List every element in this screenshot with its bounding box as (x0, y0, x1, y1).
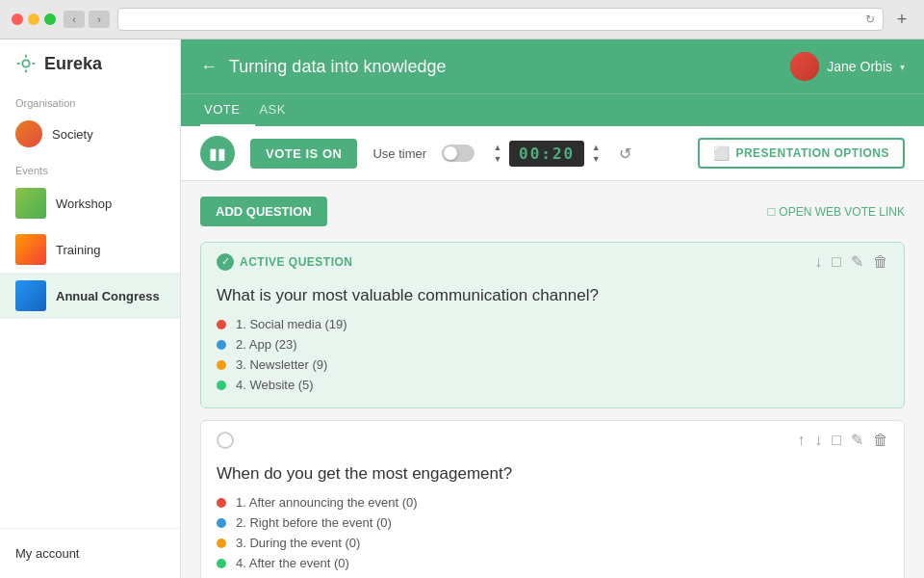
timer-seconds-down[interactable]: ▼ (588, 153, 603, 165)
q2-option-dot-green (217, 559, 226, 568)
open-web-vote-link[interactable]: □ OPEN WEB VOTE LINK (767, 204, 905, 219)
q2-copy-button[interactable]: □ (832, 432, 841, 449)
q1-actions: ↓ □ ✎ 🗑 (814, 252, 888, 271)
timer-seconds-arrows: ▲ ▼ (588, 142, 603, 165)
society-label: Society (52, 127, 93, 142)
workshop-thumb (15, 188, 46, 219)
avatar-image (790, 52, 819, 81)
sidebar-item-training[interactable]: Training (0, 226, 180, 273)
q1-title: What is your most valuable communication… (217, 286, 888, 305)
question-card-2: ↑ ↓ □ ✎ 🗑 When do you get the most engag… (200, 420, 905, 578)
use-timer-label: Use timer (372, 146, 426, 161)
q2-title: When do you get the most engagement? (217, 464, 888, 484)
q2-activate-circle[interactable] (217, 432, 234, 449)
congress-thumb (15, 280, 46, 311)
q2-option-2-label: 2. Right before the event (0) (236, 515, 392, 530)
timer-toggle[interactable] (442, 144, 475, 162)
browser-chrome: ‹ › ↻ + (0, 0, 924, 39)
back-button[interactable]: ← (200, 57, 218, 77)
option-dot-blue (217, 340, 226, 350)
sidebar-item-workshop[interactable]: Workshop (0, 180, 180, 226)
reset-timer-button[interactable]: ↺ (619, 144, 631, 163)
monitor-icon: ⬜ (713, 145, 731, 161)
timer-seconds-up[interactable]: ▲ (588, 142, 603, 153)
nav-buttons: ‹ › (64, 11, 110, 28)
q1-option-2: 2. App (23) (217, 337, 888, 352)
tab-ask[interactable]: ASK (255, 94, 301, 126)
q2-up-button[interactable]: ↑ (797, 432, 805, 449)
sidebar-item-congress[interactable]: Annual Congress (0, 273, 180, 319)
q2-option-3-label: 3. During the event (0) (236, 536, 360, 550)
stop-icon: ▮▮ (209, 144, 226, 163)
q1-option-2-label: 2. App (23) (236, 337, 297, 352)
eureka-logo-icon (15, 53, 37, 74)
close-button[interactable] (12, 13, 23, 25)
q1-option-1: 1. Social media (19) (217, 317, 888, 331)
traffic-lights (12, 13, 56, 25)
fullscreen-button[interactable] (44, 13, 56, 25)
tab-vote[interactable]: VOTE (200, 94, 255, 126)
minimize-button[interactable] (28, 13, 39, 25)
open-web-vote-label: OPEN WEB VOTE LINK (779, 205, 905, 219)
sidebar-item-society[interactable]: Society (0, 113, 180, 155)
option-dot-yellow (217, 360, 226, 370)
q2-delete-button[interactable]: 🗑 (873, 432, 888, 449)
q2-option-dot-blue (217, 518, 226, 528)
sidebar-bottom: My account (0, 528, 180, 578)
q1-option-3-label: 3. Newsletter (9) (236, 357, 327, 372)
sidebar: Eureka Organisation Society Events Works… (0, 39, 181, 578)
q2-body: When do you get the most engagement? 1. … (201, 459, 904, 578)
chevron-down-icon: ▾ (900, 62, 905, 72)
svg-point-0 (22, 60, 29, 66)
address-bar[interactable]: ↻ (117, 8, 884, 31)
congress-label: Annual Congress (56, 289, 160, 303)
add-question-button[interactable]: ADD QUESTION (200, 197, 327, 226)
org-section-label: Organisation (0, 88, 180, 113)
external-link-icon: □ (767, 204, 775, 219)
app-container: Eureka Organisation Society Events Works… (0, 39, 924, 578)
events-section-label: Events (0, 155, 180, 180)
vote-is-on-button[interactable]: VOTE IS ON (250, 139, 357, 169)
option-dot-green (217, 381, 226, 390)
workshop-label: Workshop (56, 197, 112, 211)
back-nav-button[interactable]: ‹ (64, 11, 85, 28)
add-question-row: ADD QUESTION □ OPEN WEB VOTE LINK (200, 197, 905, 226)
society-thumb (15, 120, 42, 147)
presentation-label: PRESENTATION OPTIONS (735, 146, 889, 160)
q1-header: ✓ ACTIVE QUESTION ↓ □ ✎ 🗑 (201, 243, 904, 280)
q2-option-1-label: 1. After announcing the event (0) (236, 495, 418, 510)
q1-delete-button[interactable]: 🗑 (873, 253, 888, 271)
q2-edit-button[interactable]: ✎ (851, 431, 863, 449)
active-label: ACTIVE QUESTION (240, 255, 353, 269)
training-thumb (15, 234, 46, 265)
vote-toggle-button[interactable]: ▮▮ (200, 136, 235, 171)
active-badge: ✓ ACTIVE QUESTION (217, 253, 353, 271)
user-name: Jane Orbis (827, 59, 892, 74)
presentation-options-button[interactable]: ⬜ PRESENTATION OPTIONS (698, 138, 905, 169)
new-tab-button[interactable]: + (891, 11, 912, 28)
timer-minutes-down[interactable]: ▼ (490, 153, 505, 165)
tabs-bar: VOTE ASK (181, 93, 924, 126)
logo-text: Eureka (44, 54, 102, 74)
q2-options: 1. After announcing the event (0) 2. Rig… (217, 495, 888, 570)
timer-minutes-up[interactable]: ▲ (490, 142, 505, 153)
q2-down-button[interactable]: ↓ (814, 432, 822, 449)
sidebar-item-my-account[interactable]: My account (0, 539, 180, 568)
q1-option-1-label: 1. Social media (19) (236, 317, 347, 331)
q1-option-4: 4. Website (5) (217, 378, 888, 392)
q1-options: 1. Social media (19) 2. App (23) 3. News… (217, 317, 888, 392)
option-dot-red (217, 320, 226, 329)
forward-nav-button[interactable]: › (89, 11, 110, 28)
q1-download-button[interactable]: ↓ (814, 253, 822, 271)
q2-option-3: 3. During the event (0) (217, 536, 888, 550)
q2-option-dot-yellow (217, 539, 226, 548)
main-header: ← Turning data into knowledge Jane Orbis… (181, 39, 924, 93)
q2-actions: ↑ ↓ □ ✎ 🗑 (797, 431, 888, 449)
q2-option-4-label: 4. After the event (0) (236, 556, 349, 570)
user-menu[interactable]: Jane Orbis ▾ (790, 52, 905, 81)
q2-option-4: 4. After the event (0) (217, 556, 888, 570)
training-label: Training (56, 243, 100, 257)
q1-edit-button[interactable]: ✎ (851, 252, 863, 271)
q1-copy-button[interactable]: □ (832, 253, 841, 271)
sidebar-logo: Eureka (0, 39, 180, 88)
